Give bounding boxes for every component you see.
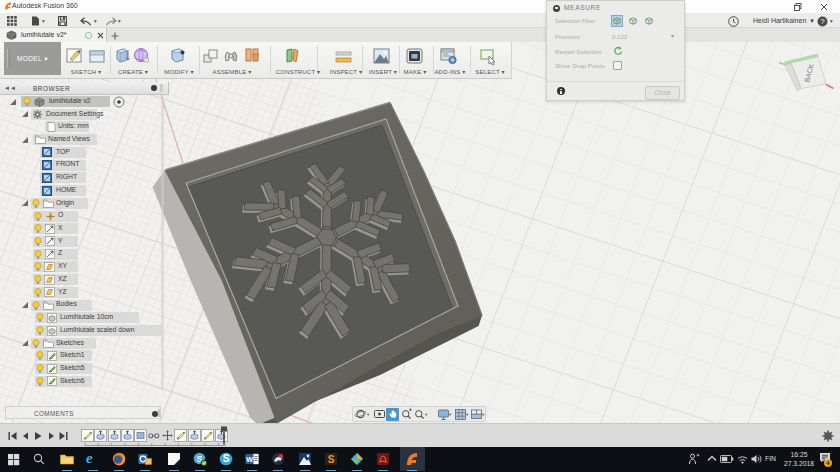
- svg-text:S: S: [328, 454, 335, 465]
- svg-text:W: W: [246, 455, 254, 464]
- svg-text:?: ?: [820, 17, 825, 26]
- svg-text:S: S: [223, 453, 230, 464]
